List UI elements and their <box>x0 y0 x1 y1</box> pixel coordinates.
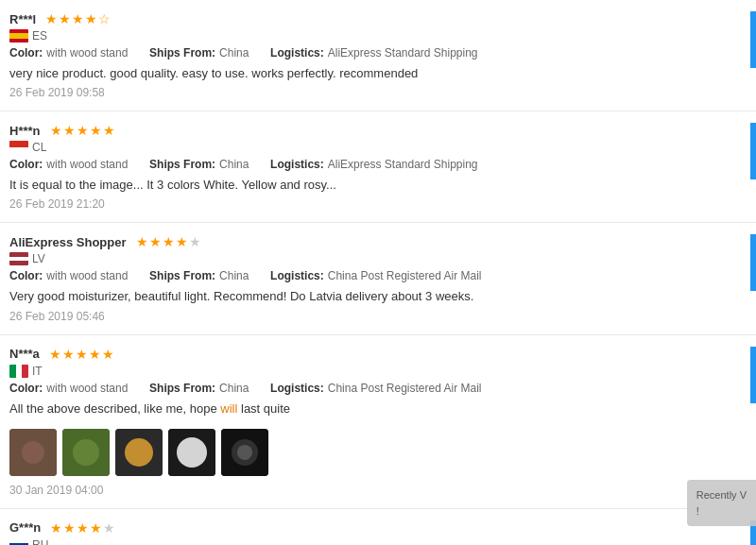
recently-line2: ! <box>696 503 747 519</box>
star-1: ★ <box>45 11 58 26</box>
review-meta: Color: with wood stand Ships From: China… <box>9 46 756 60</box>
ships-label: Ships From: <box>149 158 215 171</box>
meta-sep <box>135 46 142 60</box>
logistics-label: Logistics: <box>270 46 324 60</box>
review-item: H***n ★ ★ ★ ★ ★ CL Color: with wood stan… <box>0 111 756 223</box>
review-item: AliExpress Shopper ★ ★ ★ ★ ★ LV Color: w… <box>0 223 756 334</box>
star-4: ★ <box>90 520 102 536</box>
ships-value: China <box>219 269 249 282</box>
flag-icon <box>9 141 28 154</box>
thumb-svg-2 <box>62 429 110 476</box>
review-text: It is equal to the image... It 3 colors … <box>9 177 756 194</box>
color-label: Color: <box>9 158 43 171</box>
reviewer-name: N***a <box>9 347 40 361</box>
review-thumb-2[interactable] <box>62 429 110 476</box>
logistics-label: Logistics: <box>270 158 324 171</box>
star-5: ★ <box>189 234 201 249</box>
star-rating: ★ ★ ★ ★ ☆ <box>45 11 111 26</box>
recently-widget[interactable]: Recently V ! <box>687 480 756 526</box>
review-thumb-3[interactable] <box>115 429 163 476</box>
review-thumb-4[interactable] <box>168 429 215 476</box>
star-3: ★ <box>76 347 88 362</box>
flag-icon <box>9 538 28 545</box>
logistics-value: China Post Registered Air Mail <box>328 382 482 395</box>
reviewer-name: R***l <box>9 12 36 26</box>
star-1: ★ <box>50 123 62 138</box>
review-text: All the above described, like me, hope w… <box>9 400 756 417</box>
country-code: RU <box>32 538 48 545</box>
star-rating: ★ ★ ★ ★ ★ <box>50 520 115 536</box>
review-indicator <box>750 11 756 68</box>
color-value: with wood stand <box>46 382 128 395</box>
reviewer-name: H***n <box>9 124 41 138</box>
star-4: ★ <box>90 123 102 138</box>
color-value: with wood stand <box>46 269 128 282</box>
country-code: CL <box>32 141 46 154</box>
ships-value: China <box>219 382 249 395</box>
flag-icon <box>9 29 28 43</box>
review-item: R***l ★ ★ ★ ★ ☆ ES Color: with wood stan… <box>0 0 756 111</box>
review-meta: Color: with wood stand Ships From: China… <box>9 269 756 282</box>
star-3: ★ <box>72 11 84 26</box>
star-2: ★ <box>62 347 75 362</box>
highlight-word: will <box>220 401 237 416</box>
color-label: Color: <box>9 269 43 282</box>
star-2: ★ <box>59 11 71 26</box>
svg-point-1 <box>22 441 44 464</box>
thumb-svg-1 <box>9 429 57 476</box>
country-code: LV <box>32 252 45 265</box>
ships-label: Ships From: <box>149 269 215 282</box>
flag-icon <box>9 252 28 265</box>
flag-icon <box>9 365 28 378</box>
meta-sep2 <box>256 46 263 60</box>
svg-point-10 <box>237 445 252 460</box>
logistics-label: Logistics: <box>270 382 324 395</box>
review-thumb-1[interactable] <box>9 429 57 476</box>
reviewer-name: AliExpress Shopper <box>9 235 127 249</box>
svg-point-3 <box>73 439 99 466</box>
reviewer-name: G***n <box>9 520 41 535</box>
review-images[interactable] <box>9 429 756 476</box>
star-rating: ★ ★ ★ ★ ★ <box>50 123 115 138</box>
ships-label: Ships From: <box>149 382 215 395</box>
review-indicator <box>750 234 756 291</box>
ships-label: Ships From: <box>149 46 215 60</box>
star-1: ★ <box>50 520 62 536</box>
logistics-label: Logistics: <box>270 269 324 282</box>
star-5: ★ <box>103 520 115 536</box>
star-1: ★ <box>136 234 148 249</box>
star-4: ★ <box>176 234 188 249</box>
star-rating: ★ ★ ★ ★ ★ <box>49 347 114 362</box>
color-value: with wood stand <box>46 158 128 171</box>
recently-line1: Recently V <box>696 487 747 503</box>
review-item: N***a ★ ★ ★ ★ ★ IT Color: with wood stan… <box>0 335 756 509</box>
review-meta: Color: with wood stand Ships From: China… <box>9 158 756 171</box>
review-date: 26 Feb 2019 21:20 <box>9 197 756 211</box>
thumb-svg-5 <box>221 429 268 476</box>
star-3: ★ <box>77 123 89 138</box>
country-code: IT <box>32 365 43 378</box>
ships-value: China <box>219 46 249 60</box>
logistics-value: AliExpress Standard Shipping <box>328 46 478 60</box>
review-date: 30 Jan 2019 04:00 <box>9 484 756 497</box>
ships-value: China <box>219 158 249 171</box>
star-rating: ★ ★ ★ ★ ★ <box>136 234 201 249</box>
svg-point-5 <box>125 438 153 467</box>
star-2: ★ <box>149 234 162 249</box>
review-text: Very good moisturizer, beautiful light. … <box>9 288 756 305</box>
star-2: ★ <box>63 520 76 536</box>
star-5: ☆ <box>98 11 111 26</box>
color-label: Color: <box>9 46 43 60</box>
star-4: ★ <box>85 11 97 26</box>
star-1: ★ <box>49 347 61 362</box>
review-indicator <box>750 347 756 403</box>
color-value: with wood stand <box>46 46 128 60</box>
review-thumb-5[interactable] <box>221 429 268 476</box>
review-date: 26 Feb 2019 05:46 <box>9 310 756 323</box>
star-4: ★ <box>89 347 101 362</box>
star-5: ★ <box>103 123 115 138</box>
review-text: very nice product. good quality. easy to… <box>9 65 756 82</box>
star-5: ★ <box>102 347 114 362</box>
logistics-value: China Post Registered Air Mail <box>328 269 482 282</box>
review-meta: Color: with wood stand Ships From: China… <box>9 382 756 395</box>
